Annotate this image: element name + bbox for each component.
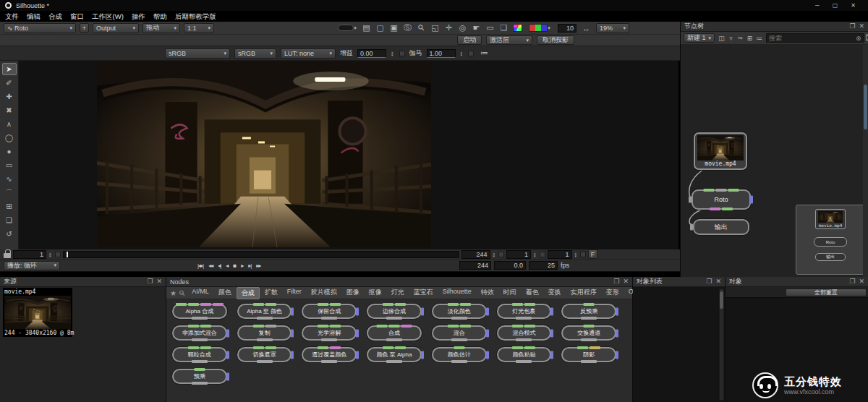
set-range-button[interactable]: |◂▸| — [197, 262, 203, 269]
transform-tool[interactable]: ⊞ — [2, 200, 17, 213]
tab-5[interactable]: 胶片模拟 — [307, 287, 341, 299]
node-button[interactable]: 保留合成 — [302, 304, 357, 319]
gamma-reset-button[interactable] — [468, 51, 474, 56]
remove-point-tool[interactable]: ✖ — [2, 104, 17, 116]
session-dropdown[interactable]: ∿ Roto▾ — [4, 23, 76, 33]
start-button[interactable]: 启动 — [457, 35, 482, 45]
close-panel-icon[interactable]: ✕ — [156, 278, 162, 285]
viewer-canvas[interactable] — [19, 61, 678, 249]
display-colorspace-dropdown[interactable]: sRGB▾ — [234, 48, 276, 59]
gain-reset-button[interactable] — [399, 51, 405, 56]
output-node[interactable]: 输出 — [693, 219, 749, 235]
ellipse-tool[interactable]: ◯ — [2, 132, 17, 144]
lut-dropdown[interactable]: LUT: none▾ — [281, 48, 336, 59]
node-button[interactable]: 合成 — [367, 325, 422, 341]
float-panel-icon[interactable]: ❐ — [706, 278, 712, 285]
magnetic-tool[interactable]: ⌒ — [2, 187, 17, 199]
maximize-button[interactable]: ▢ — [833, 2, 838, 9]
reset-all-button[interactable]: 全部重置 — [786, 288, 867, 296]
color-wheel-icon[interactable] — [511, 22, 524, 33]
close-panel-icon[interactable]: ✕ — [859, 23, 864, 30]
close-button[interactable]: ✕ — [851, 2, 856, 9]
node-graph-scrollbar[interactable] — [863, 45, 868, 277]
work-start-option-button[interactable] — [540, 252, 545, 257]
edit-icon[interactable]: ✑ — [736, 33, 745, 43]
resize-icon[interactable]: ↔ — [580, 22, 592, 33]
node-button[interactable]: 混合模式 — [497, 325, 552, 341]
tab-7[interactable]: 抠像 — [365, 287, 386, 299]
page-icon[interactable]: ❏ — [498, 22, 510, 33]
menu-item-6[interactable]: 帮助 — [153, 12, 167, 22]
menu-item-2[interactable]: 合成 — [48, 12, 62, 22]
tab-8[interactable]: 灯光 — [387, 287, 409, 299]
node-button[interactable]: 颜色估计 — [432, 347, 487, 362]
node-button[interactable]: 阴影 — [561, 347, 616, 362]
close-panel-icon[interactable]: ✕ — [715, 278, 721, 285]
node-graph-minimap[interactable]: movie.mp4 Roto 输出 — [796, 205, 864, 275]
add-point-tool[interactable]: ✚ — [2, 90, 17, 103]
node-button[interactable]: Alpha 合成 — [172, 304, 227, 319]
snapshot-icon[interactable]: ▤ — [360, 22, 373, 33]
tab-0[interactable]: AI/ML — [187, 287, 213, 299]
cancel-projection-button[interactable]: 取消投影 — [537, 35, 574, 45]
menu-item-3[interactable]: 窗口 — [70, 12, 84, 22]
node-button[interactable]: 颗粒合成 — [172, 347, 227, 362]
object-panel-header[interactable]: 对象 ❐ ✕ — [726, 277, 868, 287]
reshape-tool[interactable]: ✐ — [2, 77, 17, 89]
gamma-field[interactable]: 1.00 — [427, 49, 456, 58]
tab-14[interactable]: 变换 — [544, 287, 566, 299]
tab-13[interactable]: 着色 — [522, 287, 543, 299]
tab-6[interactable]: 图像 — [342, 287, 364, 299]
menu-item-0[interactable]: 文件 — [5, 12, 19, 22]
node-button[interactable]: 光学溶解 — [302, 325, 357, 341]
node-button[interactable]: 边缘合成 — [367, 304, 422, 319]
pan-view-icon[interactable]: ☛ — [470, 22, 482, 33]
magnify-icon[interactable]: ⚲ — [413, 20, 430, 36]
nodes-panel-header[interactable]: Nodes ❐ ✕ — [166, 277, 632, 287]
view-options-icon[interactable]: ≔ — [478, 48, 490, 59]
node-button[interactable]: 混合 — [432, 325, 487, 341]
overlay-toggle-icon[interactable]: ▭ — [484, 22, 496, 33]
sort-icon[interactable]: ▿ — [726, 33, 736, 43]
rectangle-tool[interactable]: ▭ — [2, 159, 17, 171]
tab-16[interactable]: 变形 — [602, 287, 624, 299]
end-frame-field[interactable]: 244 — [461, 250, 490, 259]
lock-icon[interactable] — [4, 253, 11, 258]
pixel-preview-icon[interactable]: ◱ — [429, 22, 441, 33]
menu-item-4[interactable]: 工作区(W) — [92, 12, 124, 22]
node-tree-header[interactable]: 节点树 ❐ ✕ — [681, 22, 868, 32]
favorites-icon[interactable]: ★ — [170, 289, 176, 297]
monitor-icon[interactable]: ▢ — [374, 22, 386, 33]
source-panel-header[interactable]: 来源 ❐ ✕ — [0, 277, 166, 287]
float-panel-icon[interactable]: ❐ — [849, 23, 855, 30]
node-button[interactable]: 非添加式混合 — [172, 325, 227, 341]
tab-3[interactable]: 扩散 — [260, 287, 282, 299]
tab-15[interactable]: 实用程序 — [566, 287, 601, 299]
stop-button[interactable]: ■ — [233, 262, 236, 269]
source-clip-item[interactable]: movie.mp4 244 - 3840x2160 @ 8m — [3, 288, 72, 337]
close-panel-icon[interactable]: ✕ — [623, 278, 629, 285]
work-start-spinner[interactable]: ▴▾ — [534, 252, 536, 257]
select-tool[interactable]: ➤ — [2, 63, 17, 75]
menu-item-1[interactable]: 编辑 — [27, 12, 41, 22]
node-button[interactable]: 灯光包裹 — [497, 304, 552, 319]
detach-icon[interactable]: ◫ — [717, 33, 726, 43]
tab-2[interactable]: 合成 — [237, 287, 260, 299]
steps-field[interactable]: 10 — [558, 24, 576, 33]
work-end-spinner[interactable]: ▴▾ — [575, 252, 577, 257]
node-graph[interactable]: movie.mp4 Roto 输出 — [681, 45, 868, 277]
playhead[interactable] — [67, 252, 68, 257]
object-list-scrollbar[interactable] — [719, 288, 724, 401]
close-panel-icon[interactable]: ✕ — [859, 278, 864, 285]
node-button[interactable]: 淡化颜色 — [432, 304, 487, 319]
minimize-button[interactable]: ─ — [815, 2, 820, 9]
colorspace-dropdown[interactable]: sRGB▾ — [165, 48, 230, 59]
node-button[interactable]: 颜色粘贴 — [497, 347, 552, 362]
end-option-button[interactable] — [498, 252, 504, 257]
float-panel-icon[interactable]: ❐ — [613, 278, 619, 285]
clear-search-icon[interactable]: ⊗ — [856, 35, 861, 42]
zoom-level-dropdown[interactable]: 19%▾ — [596, 23, 629, 33]
go-end-button[interactable]: ▸▸ — [256, 262, 260, 269]
tab-11[interactable]: 特效 — [477, 287, 498, 299]
playback-mode-dropdown[interactable]: 播放: 循环▾ — [4, 261, 60, 270]
